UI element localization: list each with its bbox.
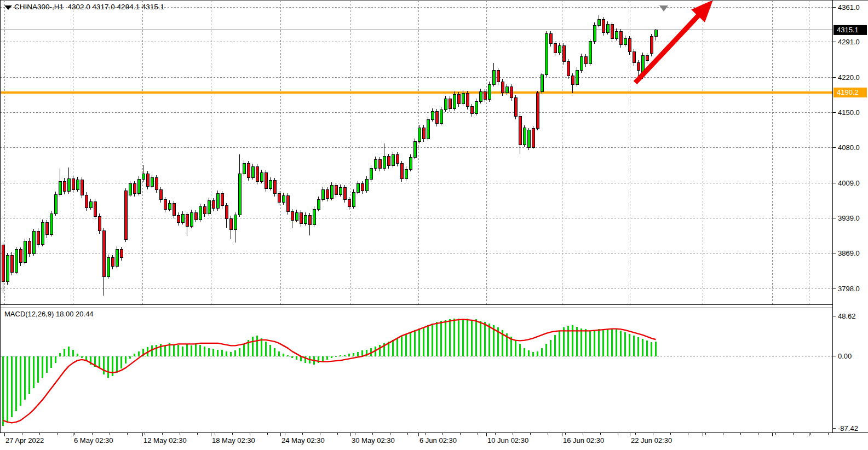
candle	[378, 159, 381, 168]
candle	[396, 154, 399, 163]
candle	[519, 117, 521, 145]
candle	[243, 164, 245, 174]
candle	[580, 56, 583, 71]
candle	[510, 86, 513, 97]
candle	[409, 158, 412, 170]
candle	[313, 210, 315, 224]
candle	[300, 212, 302, 223]
candle	[654, 30, 657, 37]
candle	[357, 183, 359, 192]
candle	[335, 186, 337, 194]
candle	[339, 188, 342, 195]
time-axis-label: 12 May 02:30	[143, 436, 187, 445]
candle	[505, 86, 508, 93]
candle	[453, 95, 456, 109]
price-axis-label: 3869.0	[838, 249, 860, 257]
candle	[238, 174, 241, 215]
candle	[457, 95, 460, 103]
candle	[54, 194, 57, 214]
candle	[251, 166, 254, 177]
candle	[32, 232, 35, 253]
candle	[418, 128, 421, 142]
candle	[133, 183, 136, 193]
candle	[72, 178, 74, 189]
candle	[597, 20, 600, 26]
candle	[186, 215, 188, 227]
candle	[173, 204, 175, 216]
candle	[81, 180, 83, 195]
candle	[633, 51, 635, 62]
candle	[98, 217, 101, 231]
candle	[593, 26, 596, 42]
candle	[142, 174, 145, 180]
candle	[541, 74, 543, 91]
candle	[256, 166, 258, 181]
candle	[282, 195, 285, 203]
candle	[137, 180, 140, 194]
candle	[260, 172, 263, 181]
candle	[41, 222, 44, 244]
candle	[374, 159, 377, 168]
time-axis-label: 30 May 02:30	[352, 436, 395, 445]
candle	[571, 76, 574, 84]
candle	[116, 250, 118, 267]
candle	[650, 37, 653, 54]
candle	[102, 230, 105, 276]
candle	[19, 250, 22, 263]
macd-indicator-label: MACD(12,26,9) 18.00 20.44	[4, 310, 94, 318]
candle	[475, 102, 478, 114]
candle	[492, 71, 495, 85]
candle	[181, 215, 184, 223]
candle	[352, 193, 355, 207]
time-axis-label: 24 May 02:30	[281, 436, 325, 445]
candle	[422, 128, 425, 139]
price-axis[interactable]: 4361.04291.04220.04150.04080.04009.03939…	[832, 3, 867, 293]
candle	[400, 164, 403, 178]
candle	[63, 182, 66, 192]
macd-axis-label: 0.00	[838, 352, 852, 360]
candle	[462, 94, 464, 103]
macd-panel[interactable]	[0, 308, 832, 432]
candle	[225, 205, 228, 218]
candle	[392, 154, 394, 165]
candle	[124, 191, 127, 239]
candle	[444, 99, 447, 109]
macd-axis[interactable]: 48.620.00-87.42	[832, 312, 858, 432]
candle	[159, 189, 162, 199]
candle	[624, 39, 626, 45]
symbol-dropdown-icon[interactable]	[4, 5, 12, 10]
candle	[2, 245, 4, 282]
candle	[611, 25, 613, 39]
chart-title: CHINA300-,H1 4302.0 4317.0 4294.1 4315.1	[14, 3, 164, 11]
candle	[479, 91, 482, 101]
candle	[247, 164, 250, 178]
candle	[59, 182, 61, 195]
candle	[15, 250, 18, 273]
candle	[606, 25, 609, 33]
candle	[190, 212, 193, 227]
candle	[514, 97, 517, 117]
candle	[361, 183, 364, 191]
candle	[67, 178, 70, 192]
bid-price-tag-text: 4315.1	[837, 26, 859, 34]
candle	[637, 62, 640, 71]
candle	[466, 94, 469, 107]
time-axis-label: 22 Jun 02:30	[631, 436, 672, 445]
candle	[470, 107, 473, 114]
candle	[567, 62, 570, 76]
candle	[24, 241, 26, 262]
price-chart[interactable]: 4361.04291.04220.04150.04080.04009.03939…	[0, 0, 868, 450]
candle	[234, 215, 237, 229]
candle	[562, 45, 565, 61]
candle	[554, 44, 556, 53]
time-axis[interactable]: 27 Apr 20226 May 02:3012 May 02:3018 May…	[4, 432, 828, 445]
candle	[85, 195, 88, 207]
candle	[317, 199, 320, 209]
candle	[365, 180, 368, 191]
time-axis-label: 27 Apr 2022	[5, 436, 44, 445]
candle	[558, 45, 561, 53]
candle	[413, 142, 416, 158]
candle	[76, 180, 79, 189]
candle	[383, 157, 386, 169]
time-axis-label: 6 Jun 02:30	[419, 436, 457, 445]
